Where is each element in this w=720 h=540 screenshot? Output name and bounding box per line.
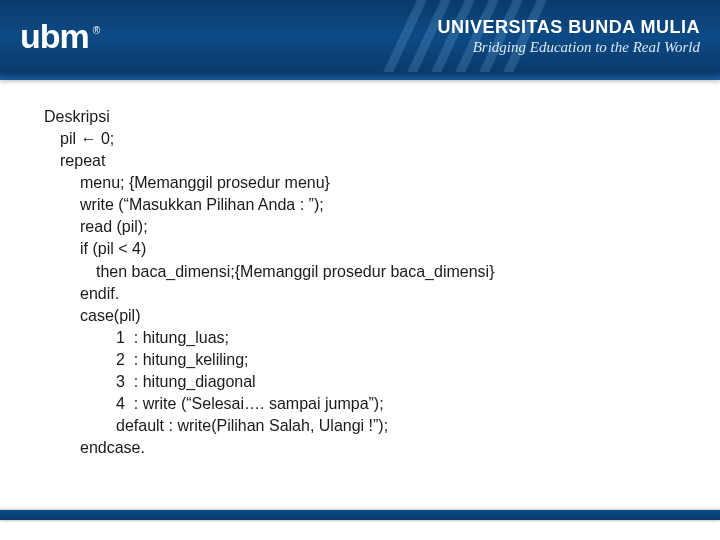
code-line: endif. xyxy=(44,283,676,305)
university-tagline: Bridging Education to the Real World xyxy=(438,39,701,56)
code-line: write (“Masukkan Pilihan Anda : ”); xyxy=(44,194,676,216)
code-line: Deskripsi xyxy=(44,106,676,128)
code-line: 2 : hitung_keliling; xyxy=(44,349,676,371)
logo: ubm ® xyxy=(20,17,100,56)
logo-registered: ® xyxy=(93,25,100,36)
code-line: 4 : write (“Selesai…. sampai jumpa”); xyxy=(44,393,676,415)
code-line: case(pil) xyxy=(44,305,676,327)
university-block: UNIVERSITAS BUNDA MULIA Bridging Educati… xyxy=(438,17,701,56)
slide-footer-bar xyxy=(0,510,720,520)
slide-header: ubm ® UNIVERSITAS BUNDA MULIA Bridging E… xyxy=(0,0,720,72)
code-line: repeat xyxy=(44,150,676,172)
pseudocode-block: Deskripsi pil ← 0; repeat menu; {Memangg… xyxy=(0,80,720,459)
code-line: read (pil); xyxy=(44,216,676,238)
header-sub-bar xyxy=(0,72,720,80)
logo-text: ubm xyxy=(20,17,89,56)
code-line: pil ← 0; xyxy=(44,128,676,150)
code-line: 3 : hitung_diagonal xyxy=(44,371,676,393)
code-line: menu; {Memanggil prosedur menu} xyxy=(44,172,676,194)
code-line: if (pil < 4) xyxy=(44,238,676,260)
code-line: endcase. xyxy=(44,437,676,459)
university-name: UNIVERSITAS BUNDA MULIA xyxy=(438,17,701,38)
code-line: then baca_dimensi;{Memanggil prosedur ba… xyxy=(44,261,676,283)
code-line: default : write(Pilihan Salah, Ulangi !”… xyxy=(44,415,676,437)
code-line: 1 : hitung_luas; xyxy=(44,327,676,349)
